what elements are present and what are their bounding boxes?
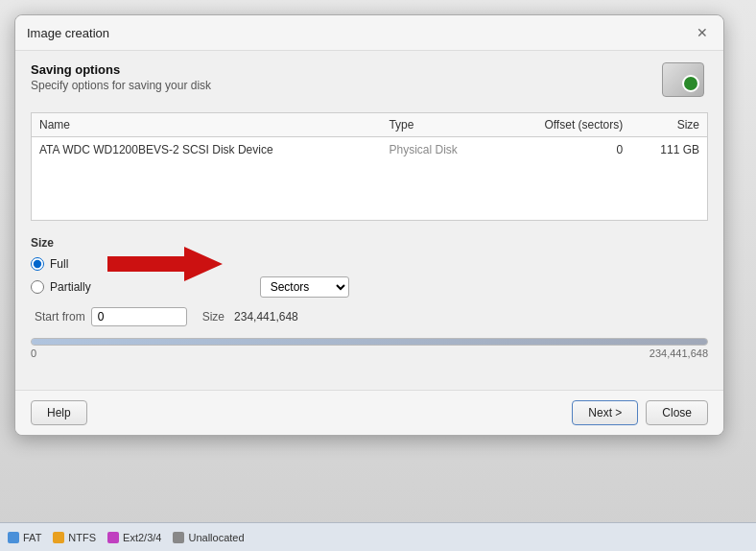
section-title: Saving options bbox=[31, 62, 211, 77]
slider-fill bbox=[32, 339, 707, 345]
slider-track bbox=[31, 338, 708, 346]
taskbar-ext-label: Ext2/3/4 bbox=[123, 532, 161, 543]
ext-icon bbox=[107, 532, 119, 543]
svg-marker-0 bbox=[107, 247, 223, 281]
close-button[interactable]: Close bbox=[646, 400, 708, 425]
taskbar-ntfs-label: NTFS bbox=[68, 532, 96, 543]
radio-full[interactable] bbox=[31, 257, 44, 271]
unalloc-icon bbox=[173, 532, 184, 543]
col-type: Type bbox=[381, 113, 499, 137]
dialog-close-button[interactable]: ✕ bbox=[693, 23, 712, 42]
disk-offset: 0 bbox=[499, 137, 630, 163]
disk-icon bbox=[662, 62, 708, 101]
red-arrow-icon bbox=[107, 247, 223, 281]
taskbar-fat: FAT bbox=[8, 532, 41, 543]
col-name: Name bbox=[32, 113, 382, 137]
image-creation-dialog: Image creation ✕ Saving options Specify … bbox=[14, 14, 724, 436]
radio-group: Full Partially Sectors Bytes Kilobytes bbox=[31, 257, 708, 298]
size-section: Size Full Partially bbox=[31, 236, 708, 363]
slider-container: 0 234,441,648 bbox=[31, 334, 708, 363]
help-button[interactable]: Help bbox=[31, 400, 87, 425]
sectors-dropdown[interactable]: Sectors Bytes Kilobytes Megabytes bbox=[260, 276, 349, 298]
taskbar-unalloc: Unallocated bbox=[173, 532, 244, 543]
start-from-input[interactable] bbox=[91, 307, 187, 326]
dialog-title-bar: Image creation ✕ bbox=[15, 15, 723, 51]
table-row[interactable]: ATA WDC WD1200BEVS-2 SCSI Disk Device Ph… bbox=[32, 137, 708, 163]
start-size-row: Start from Size 234,441,648 bbox=[31, 307, 708, 326]
dialog-title: Image creation bbox=[27, 26, 109, 40]
size-field-label: Size bbox=[202, 310, 224, 323]
next-button[interactable]: Next > bbox=[572, 400, 638, 425]
size-value-group: Size 234,441,648 bbox=[202, 310, 298, 323]
start-from-label: Start from bbox=[35, 310, 85, 323]
disk-type: Physical Disk bbox=[381, 137, 499, 163]
dialog-footer: Help Next > Close bbox=[15, 390, 723, 435]
footer-right-buttons: Next > Close bbox=[572, 400, 708, 425]
disk-size: 111 GB bbox=[630, 137, 707, 163]
radio-partially[interactable] bbox=[31, 280, 44, 294]
table-empty-row bbox=[32, 162, 708, 220]
taskbar: FAT NTFS Ext2/3/4 Unallocated bbox=[0, 522, 756, 551]
col-size: Size bbox=[630, 113, 707, 137]
full-option-container: Full bbox=[31, 257, 708, 271]
section-desc: Specify options for saving your disk bbox=[31, 79, 211, 92]
slider-min-label: 0 bbox=[31, 347, 36, 359]
taskbar-ntfs: NTFS bbox=[53, 532, 96, 543]
start-from-group: Start from bbox=[35, 307, 187, 326]
ntfs-icon bbox=[53, 532, 64, 543]
taskbar-ext: Ext2/3/4 bbox=[107, 532, 161, 543]
taskbar-fat-label: FAT bbox=[23, 532, 41, 543]
disk-table: Name Type Offset (sectors) Size ATA WDC … bbox=[31, 112, 708, 221]
header-text: Saving options Specify options for savin… bbox=[31, 62, 211, 92]
slider-max-label: 234,441,648 bbox=[650, 347, 708, 359]
radio-full-label[interactable]: Full bbox=[50, 257, 68, 271]
slider-labels: 0 234,441,648 bbox=[31, 347, 708, 359]
radio-partially-label[interactable]: Partially bbox=[50, 280, 91, 294]
disk-icon-shape bbox=[662, 62, 704, 97]
header-section: Saving options Specify options for savin… bbox=[31, 62, 708, 101]
disk-name: ATA WDC WD1200BEVS-2 SCSI Disk Device bbox=[32, 137, 382, 163]
radio-full-row: Full bbox=[31, 257, 68, 271]
fat-icon bbox=[8, 532, 19, 543]
col-offset: Offset (sectors) bbox=[499, 113, 630, 137]
taskbar-unalloc-label: Unallocated bbox=[188, 532, 244, 543]
size-field-value: 234,441,648 bbox=[234, 310, 298, 323]
dialog-body: Saving options Specify options for savin… bbox=[15, 51, 723, 390]
